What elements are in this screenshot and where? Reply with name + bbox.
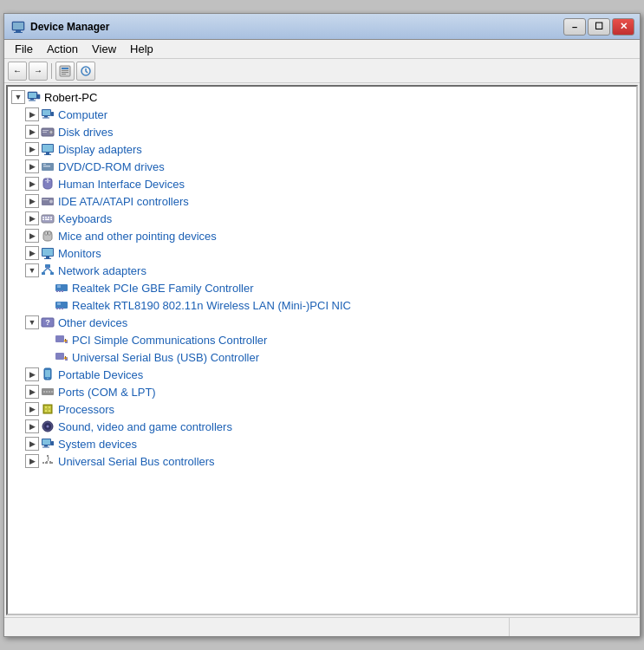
- network-children: Realtek PCIe GBE Family Controller: [10, 279, 634, 314]
- svg-point-82: [46, 391, 48, 393]
- menu-help[interactable]: Help: [123, 41, 160, 57]
- tree-row-monitors[interactable]: ▶ Monitors: [10, 244, 634, 262]
- svg-point-21: [49, 131, 53, 134]
- disk-icon: [41, 125, 55, 139]
- properties-button[interactable]: [55, 62, 75, 81]
- usb-label: Universal Serial Bus controllers: [58, 455, 215, 468]
- keyboard-icon: [41, 211, 55, 225]
- tree-row-root[interactable]: ▼ Robert-PC: [10, 88, 634, 106]
- expand-keyboards[interactable]: ▶: [25, 211, 39, 225]
- system-icon: [41, 437, 55, 451]
- svg-rect-39: [48, 217, 49, 218]
- close-button[interactable]: ✕: [612, 18, 634, 36]
- svg-text:!: !: [65, 355, 66, 360]
- list-item: ▶ Sound, video and game controllers: [10, 418, 634, 435]
- expand-robert-pc[interactable]: ▼: [11, 90, 25, 104]
- usb-icon: [41, 454, 55, 468]
- svg-rect-96: [51, 441, 54, 445]
- list-item: ▶ Syste: [10, 435, 634, 452]
- tree-row-mice[interactable]: ▶ Mice and other pointing de: [10, 227, 634, 244]
- tree-row-system[interactable]: ▶ Syste: [10, 435, 634, 452]
- realtek-wifi-label: Realtek RTL8190 802.11n Wireless LAN (Mi…: [72, 299, 351, 312]
- svg-rect-19: [42, 118, 49, 119]
- svg-rect-29: [43, 166, 50, 167]
- list-item: ▼: [10, 262, 634, 314]
- tree-row-keyboards[interactable]: ▶: [10, 210, 634, 227]
- expand-monitors[interactable]: ▶: [25, 246, 39, 260]
- svg-rect-16: [42, 110, 50, 115]
- svg-rect-8: [62, 74, 66, 75]
- svg-rect-5: [62, 68, 68, 69]
- menu-action[interactable]: Action: [40, 41, 85, 57]
- expand-sound[interactable]: ▶: [25, 419, 39, 433]
- expand-ide[interactable]: ▶: [25, 194, 39, 208]
- expand-display[interactable]: ▶: [25, 142, 39, 156]
- tree-row-hid[interactable]: ▶ Human Interface Devices: [10, 175, 634, 192]
- window-title: Device Manager: [30, 21, 109, 33]
- minimize-button[interactable]: –: [563, 18, 586, 36]
- expand-portable[interactable]: ▶: [25, 367, 39, 381]
- menu-view[interactable]: View: [85, 41, 123, 57]
- list-item: ▶ Display adapters: [10, 140, 634, 158]
- svg-rect-38: [45, 217, 47, 218]
- tree-row-display[interactable]: ▶ Display adapters: [10, 140, 634, 158]
- netcard-icon: [55, 281, 68, 295]
- ports-label: Ports (COM & LPT): [58, 386, 156, 399]
- expand-mice[interactable]: ▶: [25, 229, 39, 243]
- tree-row-processors[interactable]: ▶: [10, 400, 634, 418]
- expand-ports[interactable]: ▶: [25, 385, 39, 399]
- tree-row-computer[interactable]: ▶ Compu: [10, 106, 634, 123]
- robert-pc-label: Robert-PC: [44, 91, 97, 104]
- tree-row-realtek-gbe[interactable]: Realtek PCIe GBE Family Controller: [10, 279, 634, 296]
- tree-row-dvd[interactable]: ▶ DVD/CD-ROM drives: [10, 158, 634, 175]
- tree-row-ide[interactable]: ▶ IDE ATA/ATAPI controllers: [10, 192, 634, 210]
- tree-row-disk[interactable]: ▶ Disk drives: [10, 123, 634, 140]
- expand-computer[interactable]: ▶: [25, 107, 39, 121]
- svg-rect-22: [42, 130, 49, 131]
- svg-rect-63: [57, 302, 61, 305]
- svg-rect-49: [46, 257, 49, 258]
- tree-row-portable[interactable]: ▶ Portable Devices: [10, 366, 634, 383]
- maximize-button[interactable]: ☐: [588, 18, 610, 36]
- tree-row-network[interactable]: ▼: [10, 262, 634, 279]
- svg-rect-23: [42, 132, 47, 133]
- expand-usb[interactable]: ▶: [25, 454, 39, 468]
- expand-processors[interactable]: ▶: [25, 402, 39, 416]
- tree-row-usb-ctrl[interactable]: ! Universal Serial Bus (USB) Controller: [10, 348, 634, 366]
- svg-point-79: [47, 378, 49, 380]
- main-content: ▼ Robert-PC: [6, 85, 638, 615]
- title-bar-left: Device Manager: [11, 20, 109, 34]
- tree-row-pci[interactable]: ! PCI Simple Communications Controller: [10, 331, 634, 348]
- svg-rect-18: [44, 116, 48, 118]
- tree-row-usb[interactable]: ▶ Universal Serial Bus controllers: [10, 452, 634, 470]
- svg-rect-78: [45, 370, 50, 377]
- expand-system[interactable]: ▶: [25, 437, 39, 451]
- ide-icon: [41, 194, 55, 208]
- device-tree[interactable]: ▼ Robert-PC: [8, 87, 636, 614]
- svg-rect-40: [50, 217, 52, 218]
- svg-rect-26: [46, 153, 49, 154]
- update-button[interactable]: [76, 62, 95, 81]
- expand-other[interactable]: ▼: [25, 315, 39, 329]
- expand-network[interactable]: ▼: [25, 263, 39, 277]
- menu-file[interactable]: File: [8, 41, 40, 57]
- system-label: System devices: [58, 438, 137, 451]
- svg-rect-73: [55, 353, 64, 360]
- back-button[interactable]: ←: [8, 62, 27, 81]
- list-item: ▶ Portable Devices: [10, 366, 634, 383]
- svg-point-99: [47, 455, 49, 457]
- expand-dvd[interactable]: ▶: [25, 159, 39, 173]
- portable-icon: [41, 367, 55, 381]
- computer-icon: [41, 107, 55, 121]
- tree-row-sound[interactable]: ▶ Sound, video and game controllers: [10, 418, 634, 435]
- tree-row-ports[interactable]: ▶ Ports: [10, 383, 634, 400]
- expand-disk[interactable]: ▶: [25, 125, 39, 139]
- tree-row-other[interactable]: ▼ ? Other devices: [10, 314, 634, 331]
- expand-hid[interactable]: ▶: [25, 177, 39, 191]
- svg-rect-42: [45, 219, 49, 221]
- tree-row-realtek-wifi[interactable]: Realtek RTL8190 802.11n Wireless LAN (Mi…: [10, 296, 634, 314]
- processor-icon: [41, 402, 55, 416]
- svg-rect-98: [42, 447, 49, 448]
- forward-button[interactable]: →: [29, 62, 48, 81]
- svg-rect-17: [51, 112, 54, 116]
